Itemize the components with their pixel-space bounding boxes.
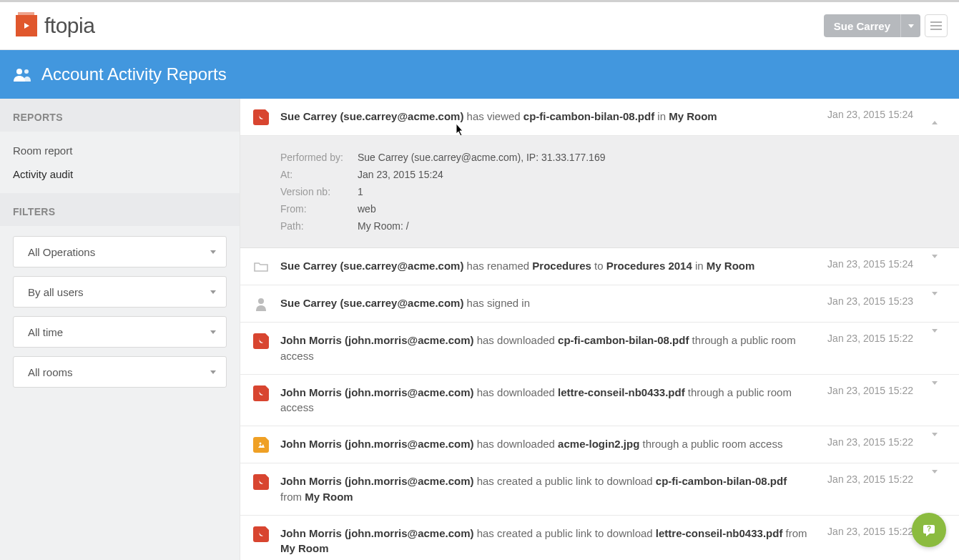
activity-timestamp: Jan 23, 2015 15:24 bbox=[827, 109, 913, 120]
activity-description: Sue Carrey (sue.carrey@acme.com) has vie… bbox=[280, 109, 816, 124]
page-header: Account Activity Reports bbox=[0, 50, 959, 99]
top-bar: ftopia Sue Carrey bbox=[0, 0, 959, 50]
expand-icon[interactable] bbox=[932, 292, 938, 308]
svg-point-5 bbox=[258, 298, 264, 304]
svg-point-4 bbox=[24, 69, 29, 74]
expand-icon[interactable] bbox=[932, 329, 938, 345]
chevron-down-icon bbox=[210, 250, 216, 254]
activity-row[interactable]: John Morris (john.morris@acme.com) has c… bbox=[240, 516, 959, 561]
sidebar-link-activity-audit[interactable]: Activity audit bbox=[0, 162, 240, 186]
brand-name: ftopia bbox=[44, 14, 94, 38]
detail-value: Jan 23, 2015 15:24 bbox=[358, 169, 443, 180]
svg-point-6 bbox=[260, 443, 262, 445]
pdf-file-icon bbox=[253, 385, 269, 401]
activity-timestamp: Jan 23, 2015 15:23 bbox=[827, 295, 913, 307]
svg-rect-2 bbox=[930, 29, 942, 30]
activity-description: Sue Carrey (sue.carrey@acme.com) has sig… bbox=[280, 295, 816, 311]
expand-icon[interactable] bbox=[932, 433, 938, 448]
activity-description: John Morris (john.morris@acme.com) has c… bbox=[280, 473, 816, 505]
sidebar-link-room-report[interactable]: Room report bbox=[0, 139, 240, 162]
activity-details: Performed by:Sue Carrey (sue.carrey@acme… bbox=[240, 136, 959, 248]
chevron-down-icon bbox=[900, 14, 920, 37]
activity-description: John Morris (john.morris@acme.com) has c… bbox=[280, 526, 816, 557]
pdf-file-icon bbox=[253, 109, 269, 125]
activity-row[interactable]: John Morris (john.morris@acme.com) has d… bbox=[240, 426, 959, 463]
activity-list[interactable]: Sue Carrey (sue.carrey@acme.com) has vie… bbox=[240, 99, 959, 560]
activity-timestamp: Jan 23, 2015 15:22 bbox=[827, 526, 913, 537]
activity-timestamp: Jan 23, 2015 15:24 bbox=[827, 258, 913, 270]
detail-value: web bbox=[358, 203, 376, 215]
pdf-file-icon bbox=[253, 333, 269, 349]
svg-rect-1 bbox=[930, 25, 942, 26]
svg-rect-0 bbox=[930, 21, 942, 23]
svg-text:?: ? bbox=[927, 525, 931, 533]
expand-icon[interactable] bbox=[932, 470, 938, 486]
filter-time[interactable]: All time bbox=[13, 316, 227, 348]
chevron-down-icon bbox=[210, 330, 216, 334]
detail-label: Version nb: bbox=[280, 186, 343, 197]
sidebar: REPORTS Room report Activity audit FILTE… bbox=[0, 99, 240, 560]
image-file-icon bbox=[253, 437, 269, 453]
activity-description: Sue Carrey (sue.carrey@acme.com) has ren… bbox=[280, 258, 816, 274]
expand-icon[interactable] bbox=[932, 255, 938, 270]
detail-value: 1 bbox=[358, 186, 363, 197]
brand-mark-icon bbox=[16, 15, 37, 36]
activity-row[interactable]: Sue Carrey (sue.carrey@acme.com) has sig… bbox=[240, 285, 959, 323]
chat-help-icon: ? bbox=[921, 522, 937, 538]
detail-label: Path: bbox=[280, 220, 343, 232]
filter-rooms[interactable]: All rooms bbox=[13, 356, 227, 388]
activity-description: John Morris (john.morris@acme.com) has d… bbox=[280, 436, 816, 452]
activity-row[interactable]: John Morris (john.morris@acme.com) has d… bbox=[240, 375, 959, 427]
filter-operations[interactable]: All Operations bbox=[13, 236, 227, 267]
detail-label: At: bbox=[280, 169, 343, 180]
activity-row[interactable]: John Morris (john.morris@acme.com) has c… bbox=[240, 463, 959, 516]
page-title: Account Activity Reports bbox=[41, 64, 227, 84]
detail-value: My Room: / bbox=[358, 220, 409, 232]
filter-users[interactable]: By all users bbox=[13, 276, 227, 308]
pdf-file-icon bbox=[253, 474, 269, 490]
detail-label: Performed by: bbox=[280, 152, 343, 163]
activity-row[interactable]: Sue Carrey (sue.carrey@acme.com) has vie… bbox=[240, 99, 959, 136]
brand-logo[interactable]: ftopia bbox=[16, 14, 94, 38]
activity-description: John Morris (john.morris@acme.com) has d… bbox=[280, 333, 816, 364]
people-icon bbox=[13, 67, 31, 82]
chevron-down-icon bbox=[210, 370, 216, 374]
activity-description: John Morris (john.morris@acme.com) has d… bbox=[280, 385, 816, 416]
filters-section-label: FILTERS bbox=[0, 193, 240, 226]
user-icon bbox=[253, 296, 269, 312]
top-right-controls: Sue Carrey bbox=[824, 14, 948, 37]
user-menu[interactable]: Sue Carrey bbox=[824, 14, 920, 37]
detail-value: Sue Carrey (sue.carrey@acme.com), IP: 31… bbox=[358, 152, 605, 163]
expand-icon[interactable] bbox=[932, 381, 938, 397]
user-menu-name: Sue Carrey bbox=[824, 14, 900, 37]
folder-icon bbox=[253, 259, 269, 275]
svg-point-3 bbox=[16, 69, 22, 74]
detail-label: From: bbox=[280, 203, 343, 215]
activity-timestamp: Jan 23, 2015 15:22 bbox=[827, 333, 913, 344]
collapse-icon[interactable] bbox=[932, 109, 938, 124]
activity-timestamp: Jan 23, 2015 15:22 bbox=[827, 436, 913, 448]
activity-timestamp: Jan 23, 2015 15:22 bbox=[827, 385, 913, 396]
hamburger-icon bbox=[930, 21, 942, 31]
activity-row[interactable]: Sue Carrey (sue.carrey@acme.com) has ren… bbox=[240, 248, 959, 285]
pdf-file-icon bbox=[253, 526, 269, 542]
activity-timestamp: Jan 23, 2015 15:22 bbox=[827, 473, 913, 485]
activity-row[interactable]: John Morris (john.morris@acme.com) has d… bbox=[240, 323, 959, 375]
chevron-down-icon bbox=[210, 290, 216, 294]
main-menu-button[interactable] bbox=[925, 14, 948, 37]
help-button[interactable]: ? bbox=[912, 513, 946, 547]
reports-section-label: REPORTS bbox=[0, 99, 240, 132]
